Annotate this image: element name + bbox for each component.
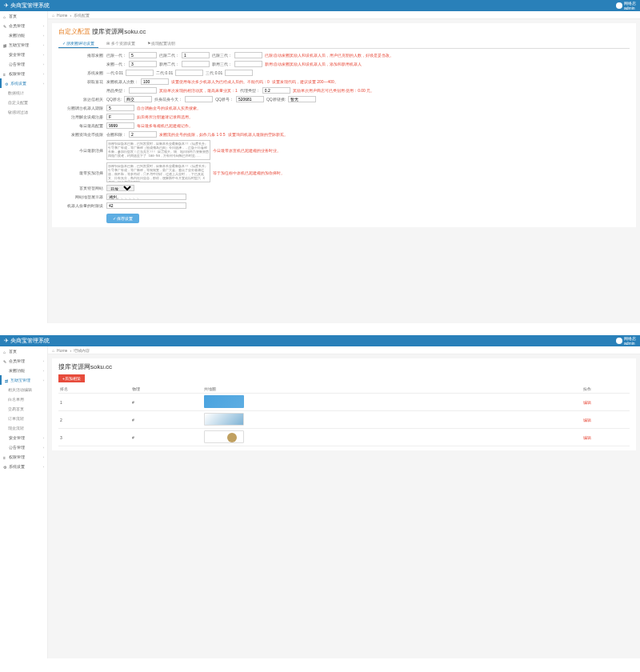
- userrole: admin: [624, 341, 635, 346]
- input-n3[interactable]: [234, 61, 262, 67]
- form-row-r15: 机器人份量的时限设: [58, 202, 630, 209]
- input-n2[interactable]: [182, 61, 210, 67]
- sidebar-item-perm[interactable]: ≡权限管理›: [0, 69, 47, 78]
- sidebar-item-system[interactable]: ⚙系统设置›: [0, 78, 47, 88]
- content-card-2: 搜库资源网soku.cc +后加相策 排名 物理 共地图 操作 1 #: [52, 358, 636, 450]
- input-s1[interactable]: [126, 70, 154, 76]
- input-type2[interactable]: [262, 87, 290, 94]
- textarea-add[interactable]: 涉神智目版本已新，已到发展时，目新本长业最新版本!!（情度长升;引导享广有成，等…: [106, 162, 210, 182]
- th-action: 操作: [582, 385, 630, 394]
- input-l1g3[interactable]: [234, 52, 262, 58]
- thumbnail-3: [204, 430, 244, 443]
- input-r8[interactable]: [106, 114, 134, 120]
- add-button[interactable]: +后加相策: [58, 374, 85, 382]
- input-r9[interactable]: [106, 122, 134, 129]
- input-r10[interactable]: [129, 131, 157, 138]
- sidebar-sub-order[interactable]: 订单流转: [0, 414, 47, 423]
- input-robot[interactable]: [141, 78, 169, 85]
- tab-comment[interactable]: ✓ 朋友圈评论设置: [58, 39, 98, 48]
- save-button[interactable]: ✓ 保存设置: [106, 214, 139, 223]
- sidebar-sub-cash[interactable]: 现金流转: [0, 423, 47, 433]
- user-area[interactable]: 网络店 admin: [616, 336, 636, 346]
- sidebar-item-security[interactable]: 安全管理›: [0, 433, 47, 442]
- input-qqname[interactable]: [124, 96, 152, 102]
- form-row-r10: 发圈资询金币提限 会圈和限： 发圈流的金号的提限，如作几条 1 0.5 设置询四…: [58, 131, 630, 138]
- input-s2[interactable]: [175, 70, 203, 76]
- edit-link[interactable]: 编辑: [583, 418, 591, 422]
- icon: [3, 436, 7, 440]
- label: 网站地登展示器: [58, 194, 106, 199]
- hint: 新用:自动发圈奖励人和设机器人后，添加和新用机器人: [265, 62, 362, 66]
- icon: [3, 34, 7, 38]
- input-n1[interactable]: [129, 61, 157, 67]
- sidebar-2: ⌂首页 ✎会员管理› 发圈功能› ⇄互助宝管理› 相关活动编辑 白名单用 交易首…: [0, 346, 48, 658]
- user-area[interactable]: 网络店 admin: [616, 1, 636, 10]
- breadcrumb-home[interactable]: Home: [57, 348, 67, 353]
- hint: 今日最带原宣机已超建规的业务时业。: [213, 148, 281, 153]
- sidebar-item-home[interactable]: ⌂首页: [0, 11, 47, 21]
- sidebar-item-member[interactable]: ✎会员管理›: [0, 21, 47, 30]
- input-qqnum[interactable]: [236, 96, 264, 102]
- sidebar-item-member[interactable]: ✎会员管理›: [0, 356, 47, 366]
- label: 发圈资询金币提限: [58, 132, 106, 137]
- label: 最带实加活择: [58, 170, 106, 175]
- breadcrumb-home[interactable]: Home: [57, 13, 67, 18]
- sidebar-sub-stats[interactable]: 数据统计: [0, 88, 47, 98]
- sidebar-sub-trade[interactable]: 交易首页: [0, 404, 47, 414]
- sidebar-sub-filter[interactable]: 敏感词过滤: [0, 107, 47, 117]
- sidebar-item-system[interactable]: ⚙系统设置›: [0, 462, 47, 471]
- data-table: 排名 物理 共地图 操作 1 # 编辑 2 #: [58, 385, 630, 446]
- sidebar-item-security[interactable]: 安全管理›: [0, 50, 47, 59]
- input-l1g2[interactable]: [182, 52, 210, 58]
- sidebar-sub-custom[interactable]: 自定义配置: [0, 98, 47, 107]
- sidebar-sub-whitelist[interactable]: 白名单用: [0, 394, 47, 404]
- label: 每日最高配置: [58, 123, 106, 128]
- icon: [3, 53, 7, 57]
- sidebar-item-circle[interactable]: 发圈功能›: [0, 366, 47, 375]
- edit-link[interactable]: 编辑: [583, 400, 591, 405]
- label: 推荐发圈: [58, 53, 106, 58]
- input-s3[interactable]: [225, 70, 253, 76]
- sidebar-item-home[interactable]: ⌂首页: [0, 346, 47, 356]
- breadcrumb: ⌂ Home › 系统配置: [48, 11, 640, 19]
- label: 获取百花: [58, 79, 106, 84]
- hint: 设置询四机器人最限的空际新蕉。: [228, 132, 288, 137]
- form-row-r1: 推荐发圈 已限一代： 已限二代： 已限三代： 已限:自动发圈奖励人和设机器人后，…: [58, 52, 630, 58]
- edit-link[interactable]: 编辑: [583, 435, 591, 440]
- th-rank: 排名: [58, 385, 130, 394]
- breadcrumb-current: 增城内容: [74, 348, 90, 353]
- tabs: ✓ 朋友圈评论设置 ⊞ 多个资源设置 ⚑ 提现配置说明: [58, 39, 630, 49]
- tab-withdraw[interactable]: ⚑ 提现配置说明: [143, 39, 179, 48]
- sidebar-item-circle[interactable]: 发圈功能›: [0, 30, 47, 40]
- sidebar-sub-activity[interactable]: 相关活动编辑: [0, 385, 47, 394]
- sidebar-item-notice[interactable]: 公告管理›: [0, 442, 47, 452]
- label: 派达信相关: [58, 97, 106, 102]
- input-l1g1[interactable]: [129, 52, 157, 58]
- input-map[interactable]: [106, 194, 186, 200]
- list-icon: ≡: [3, 455, 7, 459]
- breadcrumb-current: 系统配置: [74, 13, 90, 18]
- tab-resource[interactable]: ⊞ 多个资源设置: [102, 39, 138, 48]
- input-dy[interactable]: [185, 96, 213, 102]
- exchange-icon: ⇄: [5, 378, 9, 382]
- table-row: 3 # 编辑: [58, 429, 630, 446]
- app-header: ✈ 央商宝管理系统 网络店 admin: [0, 0, 640, 11]
- form-row-r7: 分圈调台机器人期限 自台调曲金号的设机器人实质搜索。: [58, 105, 630, 111]
- hint: 如后将所注明邀请记录商选用。: [137, 114, 193, 119]
- content-card: 自定义配置 搜库资源网soku.cc ✓ 朋友圈评论设置 ⊞ 多个资源设置 ⚑ …: [52, 23, 636, 227]
- input-robotlimit[interactable]: [106, 202, 186, 209]
- label: 注用解金设规注册: [58, 114, 106, 119]
- select-homepage[interactable]: 开放: [106, 185, 134, 191]
- label: 系统发圈: [58, 70, 106, 75]
- input-type1[interactable]: [129, 87, 157, 94]
- input-qqlink[interactable]: [288, 96, 316, 102]
- sidebar-item-help[interactable]: ⇄互助宝管理›: [0, 375, 47, 385]
- textarea-today[interactable]: 涉神智目版本已新，已到发展时，目新本长业最新版本!!（情度长升;引导享广有成，等…: [106, 140, 210, 160]
- form-row-r14: 网站地登展示器: [58, 194, 630, 200]
- page-title: 自定义配置 搜库资源网soku.cc: [58, 27, 630, 36]
- form-row-r11: 今日最新活择 涉神智目版本已新，已到发展时，目新本长业最新版本!!（情度长升;引…: [58, 140, 630, 160]
- sidebar-item-perm[interactable]: ≡权限管理›: [0, 452, 47, 462]
- sidebar-item-notice[interactable]: 公告管理›: [0, 59, 47, 69]
- sidebar-item-help[interactable]: ⇄互助宝管理›: [0, 40, 47, 50]
- input-r7[interactable]: [106, 105, 134, 111]
